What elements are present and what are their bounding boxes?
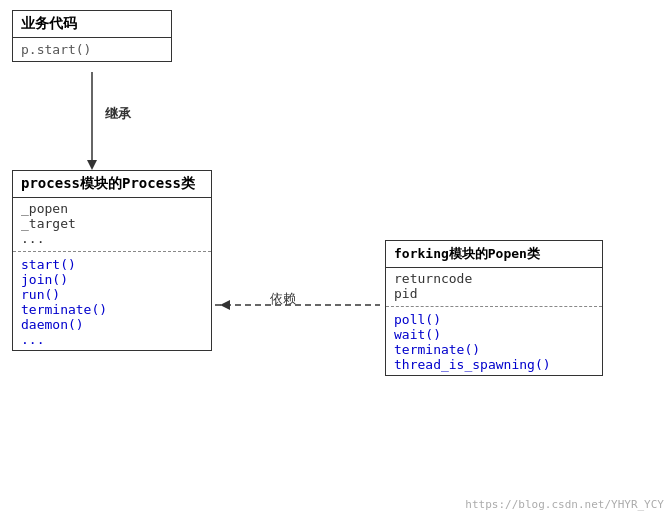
method-terminate: terminate() (21, 302, 203, 317)
business-code-body: p.start() (13, 38, 171, 61)
forking-attributes: returncode pid (386, 268, 602, 304)
process-divider (13, 251, 211, 252)
forking-box-header: forking模块的Popen类 (386, 241, 602, 268)
method-dots: ... (21, 332, 203, 347)
attr-target: _target (21, 216, 203, 231)
business-method: p.start() (21, 42, 91, 57)
method-daemon: daemon() (21, 317, 203, 332)
attr-dots: ... (21, 231, 203, 246)
inheritance-label: 继承 (105, 105, 131, 123)
dependency-label: 依赖 (270, 290, 296, 308)
forking-method-terminate: terminate() (394, 342, 594, 357)
watermark: https://blog.csdn.net/YHYR_YCY (465, 498, 664, 511)
svg-marker-1 (87, 160, 97, 170)
method-join: join() (21, 272, 203, 287)
forking-divider (386, 306, 602, 307)
forking-methods: poll() wait() terminate() thread_is_spaw… (386, 309, 602, 375)
forking-method-poll: poll() (394, 312, 594, 327)
method-run: run() (21, 287, 203, 302)
method-start: start() (21, 257, 203, 272)
attr-popen: _popen (21, 201, 203, 216)
attr-pid: pid (394, 286, 594, 301)
forking-box: forking模块的Popen类 returncode pid poll() w… (385, 240, 603, 376)
forking-method-thread: thread_is_spawning() (394, 357, 594, 372)
process-methods: start() join() run() terminate() daemon(… (13, 254, 211, 350)
diagram-container: 业务代码 p.start() 继承 process模块的Process类 _po… (0, 0, 672, 519)
process-box: process模块的Process类 _popen _target ... st… (12, 170, 212, 351)
svg-marker-3 (220, 300, 230, 310)
attr-returncode: returncode (394, 271, 594, 286)
forking-method-wait: wait() (394, 327, 594, 342)
business-code-box: 业务代码 p.start() (12, 10, 172, 62)
process-attributes: _popen _target ... (13, 198, 211, 249)
business-code-header: 业务代码 (13, 11, 171, 38)
process-box-header: process模块的Process类 (13, 171, 211, 198)
